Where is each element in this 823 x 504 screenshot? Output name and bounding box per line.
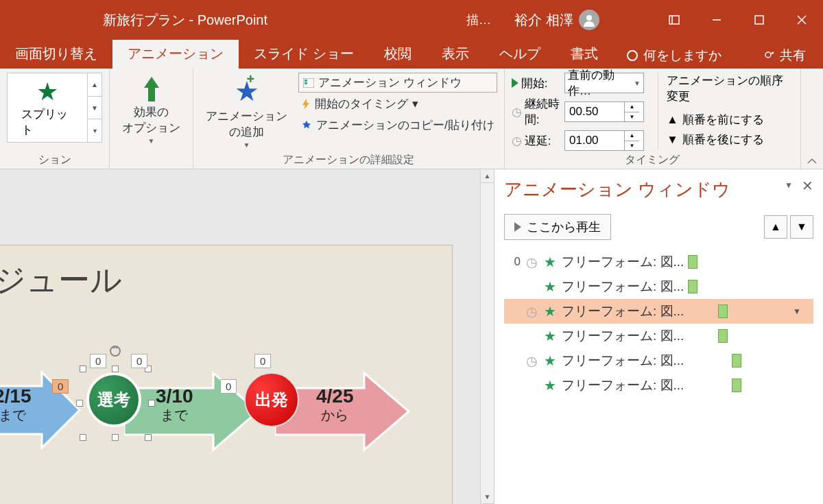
anim-badge[interactable]: 0 <box>52 379 69 394</box>
arrow-text-1: 2/15まで <box>0 386 32 422</box>
star-icon: ★ <box>544 278 556 295</box>
add-animation-button[interactable]: ★ アニメーション の追加 ▼ <box>200 73 293 152</box>
duration-spinner[interactable]: ▲▼ <box>564 101 644 122</box>
svg-point-6 <box>765 52 771 58</box>
tab-help[interactable]: ヘルプ <box>484 39 556 69</box>
minimize-button[interactable] <box>695 0 738 40</box>
anim-badge[interactable]: 0 <box>131 354 147 368</box>
ribbon-group-advanced-animation: ★ アニメーション の追加 ▼ アニメーション ウィンドウ 開始のタイミング ▾… <box>193 69 505 169</box>
timeline-bar[interactable] <box>718 304 728 318</box>
clock-icon <box>512 134 522 148</box>
caret-down-icon: ▼ <box>148 137 155 145</box>
tell-me-search[interactable]: 何をしますか <box>613 47 735 69</box>
pane-icon <box>303 78 314 88</box>
gallery-item-split[interactable]: ★ スプリット <box>8 73 87 142</box>
selection-handle[interactable] <box>112 365 119 372</box>
timeline-bar[interactable] <box>688 255 697 269</box>
tab-animation[interactable]: アニメーション <box>112 39 239 69</box>
selection-handle[interactable] <box>80 434 86 441</box>
anim-badge[interactable]: 0 <box>90 354 106 368</box>
slide-canvas[interactable]: ジュール 2/15まで 3/10まで 4/25から 選考 <box>0 169 480 504</box>
animation-pane-button[interactable]: アニメーション ウィンドウ <box>298 73 497 93</box>
reorder-title: アニメーションの順序変更 <box>667 73 794 104</box>
selection-handle[interactable] <box>112 434 119 441</box>
scroll-track[interactable] <box>481 183 494 490</box>
delay-spinner[interactable]: ▲▼ <box>564 130 644 151</box>
animation-gallery[interactable]: ★ スプリット ▲ ▼ ▾ <box>7 73 102 143</box>
scroll-up[interactable]: ▲ <box>481 169 494 183</box>
move-up-button[interactable]: ▲ <box>764 215 787 239</box>
start-combo[interactable]: 直前の動作…▼ <box>564 73 644 93</box>
share-button[interactable]: 共有 <box>746 47 823 69</box>
svg-rect-3 <box>755 16 763 24</box>
delay-input[interactable] <box>565 131 624 150</box>
timeline-bar[interactable] <box>688 280 697 293</box>
rotation-handle[interactable] <box>109 345 121 357</box>
gallery-up[interactable]: ▲ <box>88 73 102 97</box>
animation-item[interactable]: 0 ★ フリーフォーム: 図... <box>504 250 813 274</box>
document-title: 新旅行プラン - PowerPoint <box>103 11 267 29</box>
animation-item[interactable]: ★ フリーフォーム: 図... <box>504 324 813 348</box>
arrow-text-3: 4/25から <box>316 386 354 422</box>
anim-badge[interactable]: 0 <box>220 379 237 394</box>
timeline-bar[interactable] <box>718 329 728 343</box>
move-later-button[interactable]: ▼順番を後にする <box>667 130 794 149</box>
selection-handle[interactable] <box>80 365 86 372</box>
star-icon: ★ <box>544 328 556 344</box>
anim-badge[interactable]: 0 <box>254 354 271 368</box>
ribbon-tabs: 画面切り替え アニメーション スライド ショー 校閲 表示 ヘルプ 書式 何をし… <box>0 40 823 69</box>
circle-red[interactable]: 出発 <box>244 372 299 427</box>
share-icon <box>763 49 776 62</box>
effect-options-button[interactable]: 効果の オプション ▼ <box>117 73 186 147</box>
duration-input[interactable] <box>565 102 624 121</box>
move-earlier-button[interactable]: ▲順番を前にする <box>667 110 794 130</box>
move-down-button[interactable]: ▼ <box>790 215 813 239</box>
triangle-down-icon: ▼ <box>667 133 678 147</box>
tab-transition[interactable]: 画面切り替え <box>0 39 112 69</box>
svg-point-13 <box>110 346 120 356</box>
ribbon-display-options[interactable] <box>653 0 695 40</box>
scroll-down[interactable]: ▼ <box>481 490 494 504</box>
user-account[interactable]: 裕介 相澤 <box>514 10 599 30</box>
ribbon-group-animation-gallery: ★ スプリット ▲ ▼ ▾ ション <box>0 69 110 169</box>
animation-item[interactable]: ★ フリーフォーム: 図... <box>504 373 813 398</box>
play-icon <box>514 222 521 232</box>
chevron-up-icon <box>807 158 817 165</box>
play-icon <box>512 78 518 88</box>
animation-item[interactable]: ★ フリーフォーム: 図... <box>504 274 813 299</box>
item-dropdown-icon[interactable]: ▼ <box>793 307 801 316</box>
group-label: ション <box>7 152 102 169</box>
arrow-text-2: 3/10まで <box>156 386 193 422</box>
play-from-button[interactable]: ここから再生 <box>504 214 611 240</box>
timeline-bar[interactable] <box>732 379 741 392</box>
caret-down-icon: ▾ <box>412 97 418 111</box>
ribbon-group-effect-options: 効果の オプション ▼ <box>110 69 193 169</box>
close-button[interactable] <box>780 0 823 40</box>
trigger-button[interactable]: 開始のタイミング ▾ <box>298 94 497 114</box>
animation-item[interactable]: ★ フリーフォーム: 図... <box>504 348 813 373</box>
star-plus-icon: ★ <box>235 75 259 107</box>
user-avatar-icon <box>579 10 599 30</box>
tab-review[interactable]: 校閲 <box>369 39 427 69</box>
pane-close-button[interactable]: ✕ <box>802 178 813 194</box>
selection-handle[interactable] <box>76 400 83 407</box>
pane-options-dropdown[interactable]: ▼ <box>785 180 793 190</box>
vertical-scrollbar[interactable]: ▲ ▼ <box>480 169 494 504</box>
selection-handle[interactable] <box>148 400 155 407</box>
collapse-ribbon-button[interactable] <box>801 69 823 169</box>
gallery-more[interactable]: ▾ <box>88 119 102 142</box>
circle-green[interactable]: 選考 <box>86 372 141 427</box>
tab-view[interactable]: 表示 <box>427 39 484 69</box>
gallery-down[interactable]: ▼ <box>88 97 102 120</box>
maximize-button[interactable] <box>738 0 780 40</box>
tab-format[interactable]: 書式 <box>556 39 613 69</box>
clock-icon <box>526 353 538 369</box>
group-label: タイミング <box>512 152 794 169</box>
tab-slideshow[interactable]: スライド ショー <box>239 39 369 69</box>
slide: ジュール 2/15まで 3/10まで 4/25から 選考 <box>0 245 453 504</box>
gallery-scroll: ▲ ▼ ▾ <box>87 73 102 142</box>
selection-handle[interactable] <box>145 434 152 441</box>
animation-painter-button[interactable]: アニメーションのコピー/貼り付け <box>298 115 497 135</box>
animation-item-selected[interactable]: ★ フリーフォーム: 図... ▼ <box>504 299 813 324</box>
timeline-bar[interactable] <box>732 354 741 368</box>
